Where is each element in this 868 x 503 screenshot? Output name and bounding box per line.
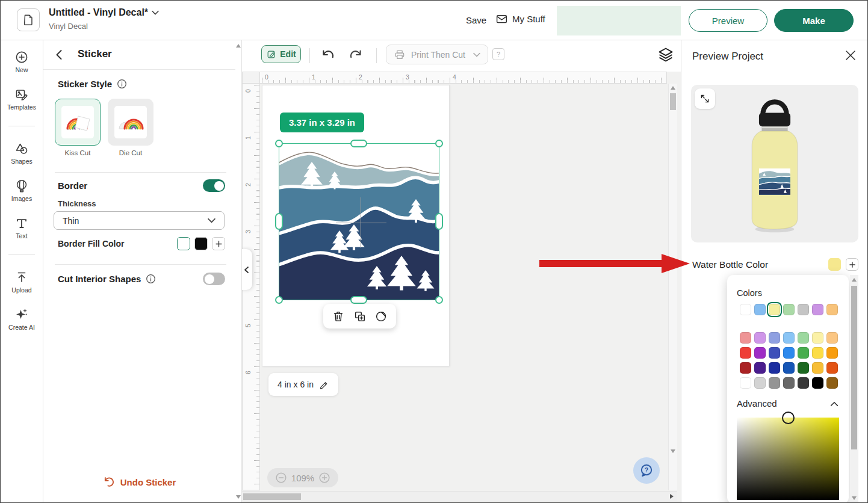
panel-collapse-tab[interactable] — [241, 249, 252, 290]
chevron-down-icon — [473, 52, 480, 57]
expand-button[interactable] — [695, 88, 715, 109]
mat-size-control[interactable]: 4 in x 6 in — [268, 373, 338, 396]
color-swatch[interactable] — [812, 362, 823, 374]
color-swatch[interactable] — [783, 377, 795, 389]
color-swatch[interactable] — [754, 304, 766, 315]
my-stuff-button[interactable]: My Stuff — [495, 13, 545, 25]
color-swatch[interactable] — [754, 332, 766, 344]
project-menu-button[interactable] — [17, 8, 40, 31]
zoom-out-icon[interactable] — [276, 472, 287, 483]
current-bottle-color-swatch[interactable] — [828, 258, 841, 271]
color-swatch[interactable] — [769, 332, 780, 344]
project-title[interactable]: Untitled - Vinyl Decal* — [49, 7, 159, 18]
ruler-label: 3 — [244, 230, 252, 233]
add-border-color-button[interactable] — [212, 237, 225, 250]
color-swatch[interactable] — [798, 362, 809, 374]
color-swatch[interactable] — [783, 332, 795, 344]
panel-scrollbar[interactable] — [235, 40, 242, 503]
back-icon[interactable] — [53, 48, 66, 61]
preview-button[interactable]: Preview — [689, 9, 767, 32]
undo-icon[interactable] — [320, 48, 336, 63]
canvas-horizontal-scrollbar[interactable] — [242, 491, 677, 501]
color-swatch[interactable] — [769, 347, 780, 359]
sidebar-item-upload[interactable]: Upload — [1, 270, 43, 294]
edit-button[interactable]: Edit — [261, 45, 301, 63]
info-icon[interactable] — [146, 274, 156, 284]
info-icon[interactable] — [117, 79, 127, 89]
duplicate-icon[interactable] — [353, 310, 367, 323]
resize-handle-w[interactable] — [275, 213, 283, 230]
canvas-vertical-scrollbar[interactable] — [668, 84, 677, 490]
resize-handle-se[interactable] — [435, 296, 443, 304]
color-swatch[interactable] — [798, 332, 809, 344]
sidebar-item-text[interactable]: Text — [1, 216, 43, 239]
border-row: Border — [58, 179, 225, 192]
zoom-in-icon[interactable] — [319, 472, 330, 483]
color-swatch[interactable] — [740, 332, 751, 344]
color-swatch[interactable] — [812, 347, 823, 359]
sidebar-item-shapes[interactable]: Shapes — [1, 141, 43, 165]
color-swatch[interactable] — [740, 377, 751, 389]
resize-handle-s[interactable] — [350, 296, 367, 304]
color-swatch[interactable] — [783, 362, 795, 374]
preview-scrollbar[interactable] — [850, 275, 858, 503]
resize-handle-n[interactable] — [350, 140, 367, 147]
color-swatch[interactable] — [826, 347, 838, 359]
make-button[interactable]: Make — [774, 9, 854, 32]
gradient-picker-handle[interactable] — [782, 412, 795, 424]
border-fill-swatch-white[interactable] — [177, 237, 190, 250]
plus-circle-icon — [14, 50, 29, 64]
border-fill-swatch-black[interactable] — [194, 237, 208, 250]
color-swatch[interactable] — [754, 362, 766, 374]
sidebar-item-create-ai[interactable]: Create AI — [1, 307, 43, 331]
die-cut-option[interactable]: Die Cut — [108, 99, 153, 156]
color-swatch[interactable] — [769, 377, 780, 389]
sidebar-item-images[interactable]: Images — [1, 179, 43, 202]
resize-handle-nw[interactable] — [275, 140, 283, 147]
ruler-label: 1 — [244, 136, 252, 140]
advanced-section-header[interactable]: Advanced — [737, 398, 839, 409]
resize-handle-ne[interactable] — [435, 140, 443, 147]
sidebar-item-templates[interactable]: Templates — [1, 87, 43, 111]
color-gradient-field[interactable] — [737, 418, 839, 500]
save-button[interactable]: Save — [466, 15, 486, 25]
color-swatch[interactable] — [740, 304, 751, 315]
color-swatch[interactable] — [740, 362, 751, 374]
color-swatch[interactable] — [826, 362, 838, 374]
sticker-peel-icon[interactable] — [374, 310, 388, 323]
selected-sticker[interactable] — [279, 144, 439, 300]
color-swatch[interactable] — [826, 332, 838, 344]
color-swatch[interactable] — [798, 377, 809, 389]
print-help-button[interactable]: ? — [492, 48, 504, 60]
help-button[interactable]: ? — [633, 457, 660, 484]
kiss-cut-option[interactable]: Kiss Cut — [55, 99, 101, 156]
color-swatch[interactable] — [798, 347, 809, 359]
color-swatch[interactable] — [812, 304, 823, 315]
color-swatch[interactable] — [783, 304, 795, 315]
color-swatch[interactable] — [740, 347, 751, 359]
sidebar-item-new[interactable]: New — [1, 50, 43, 73]
thickness-select[interactable]: Thin — [54, 211, 225, 230]
color-swatch[interactable] — [754, 347, 766, 359]
color-swatch[interactable] — [769, 304, 780, 315]
color-swatch[interactable] — [783, 347, 795, 359]
close-icon[interactable] — [845, 49, 857, 61]
color-swatch[interactable] — [754, 377, 766, 389]
color-swatch[interactable] — [812, 377, 823, 389]
resize-handle-sw[interactable] — [275, 296, 283, 304]
color-swatch[interactable] — [769, 362, 780, 374]
undo-sticker-button[interactable]: Undo Sticker — [43, 476, 235, 488]
color-swatch[interactable] — [812, 332, 823, 344]
expand-icon — [699, 93, 710, 104]
color-swatch[interactable] — [826, 377, 838, 389]
resize-handle-e[interactable] — [435, 213, 443, 230]
add-bottle-color-button[interactable] — [846, 258, 858, 271]
print-then-cut-button[interactable]: Print Then Cut — [386, 45, 488, 64]
delete-icon[interactable] — [332, 310, 345, 323]
color-swatch[interactable] — [798, 304, 809, 315]
cut-interior-toggle[interactable] — [203, 273, 225, 285]
layers-icon[interactable] — [657, 46, 674, 63]
color-swatch[interactable] — [826, 304, 838, 315]
redo-icon[interactable] — [348, 48, 364, 63]
border-toggle[interactable] — [203, 179, 225, 192]
